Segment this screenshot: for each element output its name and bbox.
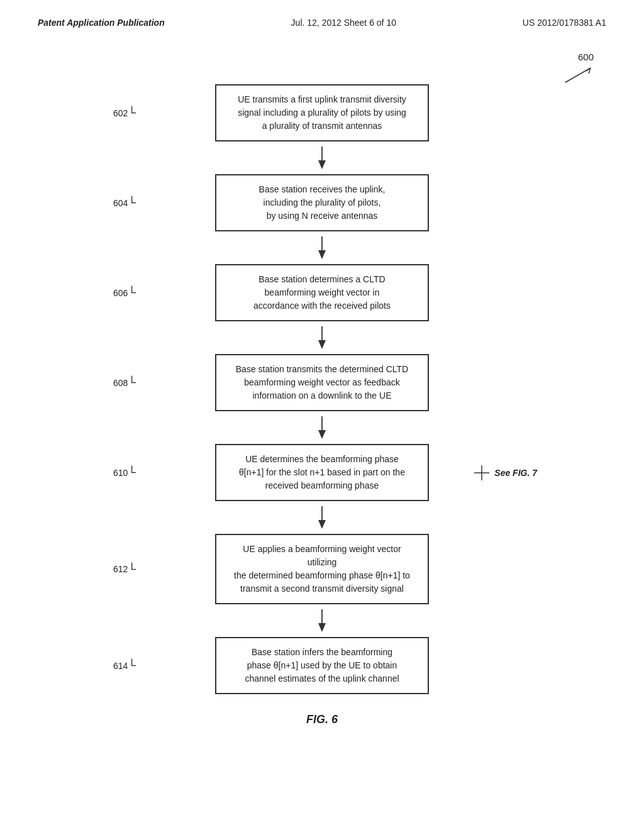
flow-step-614: 614 └Base station infers the beamforming… xyxy=(38,637,606,694)
svg-marker-8 xyxy=(318,340,326,349)
flow-step-606: 606 └Base station determines a CLTDbeamf… xyxy=(38,264,606,321)
step-box-602: UE transmits a first uplink transmit div… xyxy=(215,84,429,141)
arrow-down-610 xyxy=(215,501,429,534)
down-arrow-icon xyxy=(314,416,330,439)
step-label-608: 608 └ xyxy=(113,376,137,389)
arrow-down-602 xyxy=(215,141,429,174)
step-label-602: 602 └ xyxy=(113,106,137,119)
step-label-614: 614 └ xyxy=(113,659,137,672)
down-arrow-icon xyxy=(314,326,330,349)
flow-step-602: 602 └UE transmits a first uplink transmi… xyxy=(38,84,606,141)
flow-step-608: 608 └Base station transmits the determin… xyxy=(38,354,606,411)
svg-marker-6 xyxy=(318,250,326,259)
header-center: Jul. 12, 2012 Sheet 6 of 10 xyxy=(291,18,396,28)
see-fig-text: See FIG. 7 xyxy=(494,468,537,478)
down-arrow-icon xyxy=(314,147,330,169)
step-box-606: Base station determines a CLTDbeamformin… xyxy=(215,264,429,321)
diagram-container: 600 602 └UE transmits a first uplink tra… xyxy=(0,34,644,751)
svg-marker-16 xyxy=(318,623,326,632)
step-box-text-612: UE applies a beamforming weight vector u… xyxy=(229,543,415,595)
flow-step-610: 610 └UE determines the beamforming phase… xyxy=(38,444,606,501)
down-arrow-icon xyxy=(314,506,330,529)
flow-wrapper: 602 └UE transmits a first uplink transmi… xyxy=(38,84,606,694)
step-label-610: 610 └ xyxy=(113,466,137,479)
flow-step-612: 612 └UE applies a beamforming weight vec… xyxy=(38,534,606,604)
see-fig-ref: See FIG. 7 xyxy=(473,464,537,482)
step-label-612: 612 └ xyxy=(113,563,137,576)
arrow-down-604 xyxy=(215,231,429,264)
fig-caption: FIG. 6 xyxy=(306,713,338,726)
step-label-604: 604 └ xyxy=(113,196,137,209)
step-box-text-608: Base station transmits the determined CL… xyxy=(236,363,408,402)
step-box-608: Base station transmits the determined CL… xyxy=(215,354,429,411)
page-header: Patent Application Publication Jul. 12, … xyxy=(0,0,644,34)
step-box-604: Base station receives the uplink,includi… xyxy=(215,174,429,231)
svg-marker-14 xyxy=(318,520,326,529)
step-box-612: UE applies a beamforming weight vector u… xyxy=(215,534,429,604)
step-box-text-604: Base station receives the uplink,includi… xyxy=(259,183,386,223)
step-box-610: UE determines the beamforming phaseθ[n+1… xyxy=(215,444,429,501)
arrow-down-608 xyxy=(215,411,429,444)
arrow-down-612 xyxy=(215,604,429,637)
header-right: US 2012/0178381 A1 xyxy=(523,18,606,28)
figure-number: 600 xyxy=(578,52,594,62)
step-box-614: Base station infers the beamformingphase… xyxy=(215,637,429,694)
header-left: Patent Application Publication xyxy=(38,18,165,28)
step-box-text-602: UE transmits a first uplink transmit div… xyxy=(238,93,406,133)
reference-arrow xyxy=(562,65,594,85)
step-box-text-606: Base station determines a CLTDbeamformin… xyxy=(253,273,391,313)
svg-marker-10 xyxy=(318,430,326,439)
down-arrow-icon xyxy=(314,609,330,632)
step-box-text-610: UE determines the beamforming phaseθ[n+1… xyxy=(239,453,405,492)
svg-marker-4 xyxy=(318,160,326,169)
cross-connector-icon xyxy=(473,464,491,482)
arrow-down-606 xyxy=(215,321,429,354)
flow-step-604: 604 └Base station receives the uplink,in… xyxy=(38,174,606,231)
step-label-606: 606 └ xyxy=(113,286,137,299)
down-arrow-icon xyxy=(314,236,330,259)
step-box-text-614: Base station infers the beamformingphase… xyxy=(245,646,399,685)
